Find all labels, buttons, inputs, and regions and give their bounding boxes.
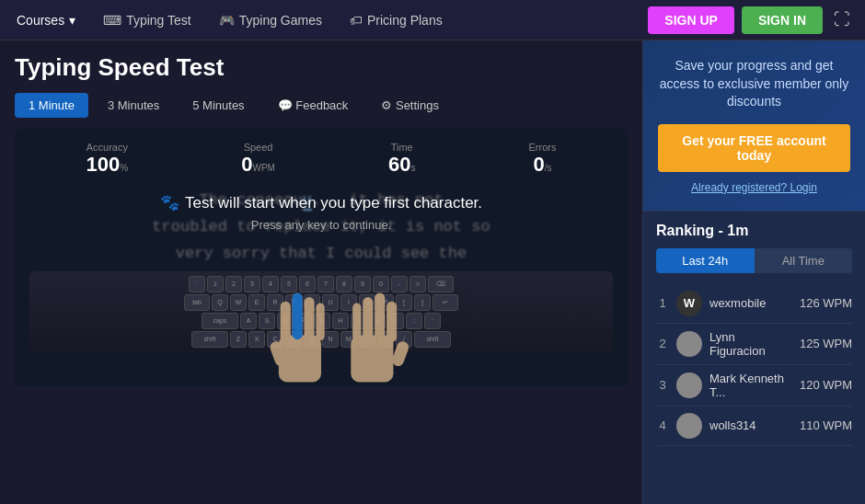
tab-3minutes[interactable]: 3 Minutes bbox=[94, 93, 173, 118]
rank-username: Mark Kenneth T... bbox=[709, 372, 792, 399]
paw-icon: 🐾 bbox=[160, 193, 179, 212]
typing-games-icon: 🎮 bbox=[219, 13, 235, 28]
feedback-icon: 💬 bbox=[278, 98, 296, 112]
navbar: Courses ▾ ⌨ Typing Test 🎮 Typing Games 🏷… bbox=[0, 0, 865, 40]
typing-games-label: Typing Games bbox=[239, 13, 322, 28]
chevron-down-icon: ▾ bbox=[69, 13, 75, 28]
nav-left: Courses ▾ ⌨ Typing Test 🎮 Typing Games 🏷… bbox=[11, 9, 648, 31]
rank-row: 2 Lynn Figuracion 125 WPM bbox=[656, 324, 852, 365]
stats-row: Accuracy 100% Speed 0WPM Time 60s Errors… bbox=[29, 142, 613, 177]
rank-row: 4 wolls314 110 WPM bbox=[656, 407, 852, 446]
nav-pricing-plans[interactable]: 🏷 Pricing Plans bbox=[344, 9, 448, 31]
overlay-main-text: 🐾 Test will start when you type first ch… bbox=[160, 193, 482, 212]
promo-text: Save your progress and get access to exc… bbox=[658, 57, 850, 111]
rank-username: wolls314 bbox=[709, 418, 792, 432]
rank-number: 2 bbox=[656, 337, 669, 350]
courses-label: Courses bbox=[17, 13, 64, 28]
promo-box: Save your progress and get access to exc… bbox=[643, 40, 865, 212]
typing-test-label: Typing Test bbox=[126, 13, 191, 28]
fullscreen-icon: ⛶ bbox=[834, 10, 850, 29]
nav-typing-games[interactable]: 🎮 Typing Games bbox=[213, 9, 328, 31]
overlay-sub-text: Press any key to continue. bbox=[251, 218, 391, 232]
stat-errors: Errors 0/s bbox=[528, 142, 556, 177]
settings-tab[interactable]: ⚙ Settings bbox=[367, 93, 453, 118]
gear-icon: ⚙ bbox=[381, 98, 396, 112]
rank-row: 3 Mark Kenneth T... 120 WPM bbox=[656, 365, 852, 407]
ranking-tab-alltime[interactable]: All Time bbox=[755, 248, 853, 273]
rank-wpm: 126 WPM bbox=[800, 296, 852, 310]
rank-avatar bbox=[676, 372, 702, 398]
overlay: 🐾 Test will start when you type first ch… bbox=[15, 184, 628, 386]
pricing-plans-label: Pricing Plans bbox=[367, 13, 443, 28]
right-panel: Save your progress and get access to exc… bbox=[642, 40, 865, 504]
rank-number: 3 bbox=[656, 378, 669, 392]
ranking-tab-last24h[interactable]: Last 24h bbox=[656, 248, 755, 273]
rank-number: 1 bbox=[656, 296, 669, 310]
signin-button[interactable]: SIGN IN bbox=[742, 6, 823, 34]
rank-number: 4 bbox=[656, 418, 669, 432]
tab-1minute[interactable]: 1 Minute bbox=[15, 93, 88, 118]
stat-speed: Speed 0WPM bbox=[241, 142, 275, 177]
feedback-tab[interactable]: 💬 Feedback bbox=[264, 93, 363, 118]
main-layout: Typing Speed Test 1 Minute 3 Minutes 5 M… bbox=[0, 40, 865, 504]
rank-wpm: 120 WPM bbox=[800, 378, 852, 392]
nav-typing-test[interactable]: ⌨ Typing Test bbox=[98, 9, 197, 31]
left-panel: Typing Speed Test 1 Minute 3 Minutes 5 M… bbox=[0, 40, 642, 504]
rank-wpm: 125 WPM bbox=[800, 337, 852, 350]
tabs-row: 1 Minute 3 Minutes 5 Minutes 💬 Feedback … bbox=[15, 93, 628, 118]
already-registered-link[interactable]: Already registered? Login bbox=[658, 181, 850, 194]
rank-username: wexmobile bbox=[709, 296, 792, 310]
test-box: Accuracy 100% Speed 0WPM Time 60s Errors… bbox=[15, 129, 628, 386]
rank-avatar bbox=[676, 331, 702, 357]
rank-avatar: W bbox=[676, 291, 702, 316]
fullscreen-button[interactable]: ⛶ bbox=[830, 6, 854, 33]
page-title: Typing Speed Test bbox=[15, 53, 628, 82]
signup-button[interactable]: SIGN UP bbox=[648, 6, 734, 34]
nav-courses[interactable]: Courses ▾ bbox=[11, 9, 81, 31]
nav-right: SIGN UP SIGN IN ⛶ bbox=[648, 6, 854, 34]
rank-username: Lynn Figuracion bbox=[709, 330, 792, 358]
stat-time: Time 60s bbox=[388, 142, 415, 177]
free-account-button[interactable]: Get your FREE account today bbox=[658, 124, 850, 172]
rank-wpm: 110 WPM bbox=[800, 418, 852, 432]
ranking-section: Ranking - 1m Last 24h All Time 1 W wexmo… bbox=[643, 212, 865, 504]
typing-test-icon: ⌨ bbox=[103, 13, 121, 28]
rank-list: 1 W wexmobile 126 WPM 2 Lynn Figuracion … bbox=[656, 284, 852, 446]
rank-row: 1 W wexmobile 126 WPM bbox=[656, 284, 852, 324]
stat-accuracy: Accuracy 100% bbox=[86, 142, 129, 177]
pricing-icon: 🏷 bbox=[350, 13, 363, 28]
ranking-tabs: Last 24h All Time bbox=[656, 248, 852, 273]
rank-avatar bbox=[676, 413, 702, 439]
ranking-title: Ranking - 1m bbox=[656, 223, 852, 239]
tab-5minutes[interactable]: 5 Minutes bbox=[179, 93, 258, 118]
